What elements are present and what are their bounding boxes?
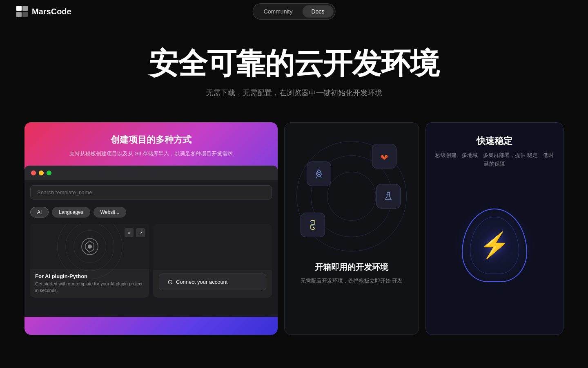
gitlab-icon [372,144,396,168]
python-icon [301,213,325,237]
logo[interactable]: MarsCode [16,6,71,17]
logo-text: MarsCode [32,7,71,16]
card1-body: Search template_name AI Languages Websit… [24,166,278,317]
card-fast-stable: 快速稳定 秒级创建、多地域、多集群部署，提供 稳定、低时延的保障 ⚡ [425,122,564,335]
card1-header: 创建项目的多种方式 支持从模板创建项目以及从 Git 存储库导入，以满足各种项目… [24,122,278,166]
hero-section: 安全可靠的云开发环境 无需下载，无需配置，在浏览器中一键初始化开发环境 [0,23,588,114]
filter-ai[interactable]: AI [30,207,49,218]
window-minimize-dot [39,171,44,175]
template-desc: Get started with our template for your A… [35,281,144,294]
svg-rect-2 [16,12,22,17]
template-actions: ≡ ↗ [125,228,145,237]
card3-desc: 秒级创建、多地域、多集群部署，提供 稳定、低时延的保障 [434,151,555,168]
templates-grid: For AI plugin-Python Get started with ou… [24,220,278,302]
window-maximize-dot [47,171,51,175]
cards-row: 创建项目的多种方式 支持从模板创建项目以及从 Git 存储库导入，以满足各种项目… [0,122,588,335]
flask-icon [376,184,401,209]
shield-inner: ⚡ [470,217,519,274]
svg-rect-1 [22,6,28,11]
card1-title: 创建项目的多种方式 [37,134,265,146]
logo-icon [16,6,28,17]
template-card-connect: ⊙ Connect your account [153,224,272,298]
filter-tags: AI Languages Websit... [24,204,278,220]
connect-account-label: Connect your account [176,279,227,285]
card2-desc: 无需配置开发环境，选择模板立即开始 开发 [301,277,403,285]
window-close-dot [31,171,36,175]
window-chrome [24,166,278,180]
filter-languages[interactable]: Languages [52,207,90,218]
template-card-ai-python[interactable]: For AI plugin-Python Get started with ou… [30,224,149,298]
template-search[interactable]: Search template_name [30,185,272,200]
nav-tabs: Community Docs [253,3,336,20]
card3-title: 快速稳定 [477,135,512,147]
svg-point-9 [313,227,314,228]
nav-community[interactable]: Community [255,5,302,18]
lightning-container: ⚡ [462,168,527,322]
card2-title: 开箱即用的开发环境 [315,262,388,273]
filter-website[interactable]: Websit... [94,207,126,218]
template-action-2[interactable]: ↗ [136,228,145,237]
nav-docs[interactable]: Docs [302,5,333,18]
connect-account-button[interactable]: ⊙ Connect your account [159,274,266,290]
card-dev-environment: 开箱即用的开发环境 无需配置开发环境，选择模板立即开始 开发 [284,122,419,335]
hero-title: 安全可靠的云开发环境 [0,47,588,80]
rocket-icon [307,162,331,186]
svg-rect-3 [22,12,28,17]
card-create-project: 创建项目的多种方式 支持从模板创建项目以及从 Git 存储库导入，以满足各种项目… [24,122,278,335]
lightning-bolt-icon: ⚡ [479,231,510,260]
svg-point-8 [312,222,313,223]
github-icon: ⊙ [167,278,173,286]
template-action-1[interactable]: ≡ [125,228,134,237]
orbit-container [294,139,409,254]
card1-subtitle: 支持从模板创建项目以及从 Git 存储库导入，以满足各种项目开发需求 [37,150,265,157]
hero-subtitle: 无需下载，无需配置，在浏览器中一键初始化开发环境 [0,88,588,98]
svg-point-6 [318,172,320,175]
svg-rect-0 [16,6,22,11]
